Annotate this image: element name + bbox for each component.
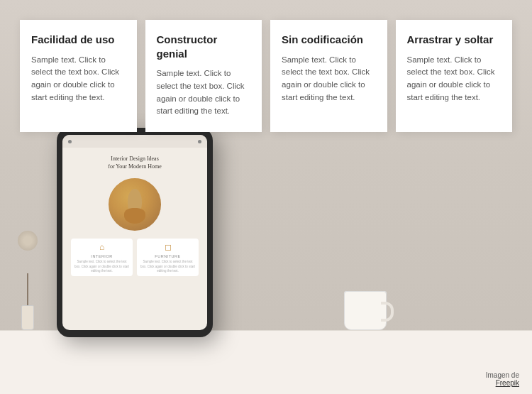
mug-handle bbox=[381, 302, 394, 322]
card-4[interactable]: Arrastrar y soltar Sample text. Click to… bbox=[396, 20, 513, 132]
plant-vase bbox=[21, 305, 34, 330]
card-3[interactable]: Sin codificación Sample text. Click to s… bbox=[270, 20, 387, 132]
card-4-body: Sample text. Click to select the text bo… bbox=[407, 54, 501, 104]
cards-section: Facilidad de uso Sample text. Click to s… bbox=[0, 0, 532, 146]
plant-decoration bbox=[10, 231, 45, 330]
tablet-screen: Interior Design Ideasfor Your Modern Hom… bbox=[62, 135, 207, 330]
freepik-link[interactable]: Freepik bbox=[496, 379, 519, 387]
tablet-content: Interior Design Ideasfor Your Modern Hom… bbox=[62, 148, 207, 282]
furniture-text: Sample text. Click to select the text bo… bbox=[140, 260, 196, 273]
attribution-line1: Imagen de bbox=[486, 371, 519, 379]
table-surface bbox=[0, 330, 532, 394]
furniture-icon: ◻ bbox=[140, 242, 196, 253]
card-2-title: Constructor genial bbox=[157, 33, 251, 60]
attribution: Imagen de Freepik bbox=[486, 371, 519, 387]
coffee-mug bbox=[337, 277, 394, 330]
furniture-label: FURNITURE bbox=[140, 254, 196, 258]
card-4-title: Arrastrar y soltar bbox=[407, 33, 501, 47]
tablet-heading: Interior Design Ideasfor Your Modern Hom… bbox=[71, 155, 199, 170]
card-2-body: Sample text. Click to select the text bo… bbox=[157, 67, 251, 118]
page-wrapper: Facilidad de uso Sample text. Click to s… bbox=[0, 0, 532, 394]
tablet-outer: Interior Design Ideasfor Your Modern Hom… bbox=[57, 128, 213, 337]
plant-bloom bbox=[18, 231, 38, 251]
tablet-icons-row: ⌂ INTERIOR Sample text. Click to select … bbox=[71, 239, 199, 276]
tablet-icon-card-furniture: ◻ FURNITURE Sample text. Click to select… bbox=[137, 239, 199, 276]
interior-icon: ⌂ bbox=[74, 242, 130, 253]
card-1-body: Sample text. Click to select the text bo… bbox=[31, 54, 126, 104]
card-1[interactable]: Facilidad de uso Sample text. Click to s… bbox=[20, 20, 137, 132]
card-3-body: Sample text. Click to select the text bo… bbox=[282, 54, 376, 104]
interior-label: INTERIOR bbox=[74, 254, 130, 258]
tablet-device: Interior Design Ideasfor Your Modern Hom… bbox=[57, 128, 213, 337]
tablet-hero-image bbox=[106, 176, 163, 233]
card-3-title: Sin codificación bbox=[282, 33, 376, 47]
tablet-icon-card-interior: ⌂ INTERIOR Sample text. Click to select … bbox=[71, 239, 133, 276]
mug-body bbox=[344, 291, 387, 330]
card-2[interactable]: Constructor genial Sample text. Click to… bbox=[145, 20, 262, 132]
interior-text: Sample text. Click to select the text bo… bbox=[74, 260, 130, 273]
card-1-title: Facilidad de uso bbox=[31, 33, 126, 47]
